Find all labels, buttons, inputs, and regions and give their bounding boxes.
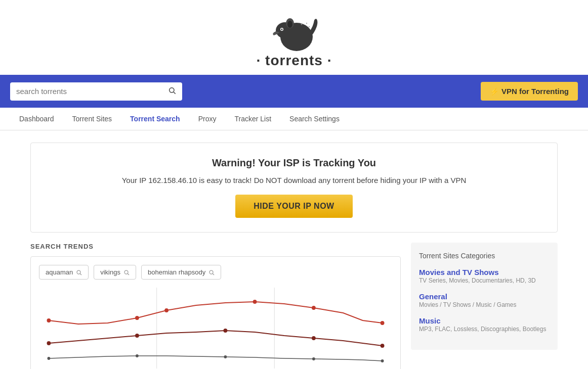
- svg-point-29: [381, 344, 385, 348]
- main-content: SEARCH TRENDS aquaman vikings bohemian r…: [0, 243, 588, 369]
- sidebar-category-movies-tv: Movies and TV Shows TV Series, Movies, D…: [419, 268, 550, 284]
- sidebar-category-desc-music: MP3, FLAC, Lossless, Discographies, Boot…: [419, 326, 550, 333]
- svg-line-10: [174, 92, 176, 94]
- svg-point-7: [306, 23, 307, 24]
- tag-search-icon: [76, 269, 82, 275]
- trends-section: SEARCH TRENDS aquaman vikings bohemian r…: [30, 243, 401, 369]
- search-input[interactable]: [16, 87, 168, 96]
- svg-point-20: [135, 316, 139, 320]
- svg-point-13: [124, 270, 128, 274]
- warning-title: Warning! Your ISP is Tracking You: [41, 157, 547, 169]
- nav-item-search-settings[interactable]: Search Settings: [280, 108, 349, 130]
- sidebar-category-link-movies-tv[interactable]: Movies and TV Shows: [419, 268, 499, 276]
- svg-point-28: [312, 336, 316, 340]
- svg-line-12: [80, 273, 81, 275]
- warning-text: Your IP 162.158.46.10 is easy to track! …: [41, 176, 547, 184]
- trend-tag-vikings[interactable]: vikings: [94, 265, 136, 280]
- svg-point-32: [224, 355, 227, 358]
- site-title: · torrents ·: [257, 53, 332, 69]
- svg-point-8: [309, 26, 310, 27]
- search-input-wrap: [10, 82, 182, 101]
- trend-tags: aquaman vikings bohemian rhapsody: [39, 265, 392, 280]
- svg-point-33: [312, 357, 315, 360]
- trend-tag-bohemian-rhapsody[interactable]: bohemian rhapsody: [141, 265, 221, 280]
- nav-link-dashboard[interactable]: Dashboard: [10, 108, 63, 130]
- logo-container: · torrents ·: [257, 9, 332, 69]
- svg-point-22: [253, 300, 257, 304]
- main-nav: Dashboard Torrent Sites Torrent Search P…: [0, 108, 588, 130]
- svg-point-34: [381, 359, 384, 362]
- site-header: · torrents ·: [0, 0, 588, 75]
- svg-line-14: [128, 273, 129, 275]
- tag-search-icon: [123, 269, 130, 275]
- sidebar-category-desc-general: Movies / TV Shows / Music / Games: [419, 301, 550, 308]
- nav-item-dashboard[interactable]: Dashboard: [10, 108, 63, 130]
- svg-point-5: [281, 29, 282, 30]
- search-submit-button[interactable]: [168, 86, 176, 97]
- nav-item-tracker-list[interactable]: Tracker List: [225, 108, 280, 130]
- svg-point-26: [135, 334, 139, 338]
- chart-area: [39, 288, 392, 368]
- nav-link-proxy[interactable]: Proxy: [189, 108, 226, 130]
- svg-point-31: [136, 354, 139, 357]
- search-icon: [168, 86, 176, 95]
- trends-box: aquaman vikings bohemian rhapsody: [30, 256, 401, 369]
- svg-line-16: [213, 273, 214, 275]
- tag-search-icon: [208, 269, 215, 275]
- trend-tag-label: vikings: [100, 268, 120, 276]
- sidebar-category-desc-movies-tv: TV Series, Movies, Documentaries, HD, 3D: [419, 277, 550, 284]
- sidebar-box: Torrent Sites Categories Movies and TV S…: [411, 243, 558, 350]
- hide-ip-button[interactable]: HIDE YOUR IP NOW: [235, 195, 352, 218]
- warning-box: Warning! Your ISP is Tracking You Your I…: [30, 143, 558, 233]
- nav-link-tracker-list[interactable]: Tracker List: [225, 108, 280, 130]
- sidebar-category-link-music[interactable]: Music: [419, 316, 441, 325]
- trend-tag-label: bohemian rhapsody: [148, 268, 205, 276]
- search-bar: ⚡ VPN for Torrenting: [0, 75, 588, 108]
- logo-animal-icon: [269, 9, 319, 55]
- svg-point-19: [47, 318, 51, 322]
- nav-link-torrent-search[interactable]: Torrent Search: [121, 108, 189, 130]
- vpn-button[interactable]: ⚡ VPN for Torrenting: [481, 82, 578, 101]
- svg-point-3: [287, 21, 292, 28]
- nav-link-torrent-sites[interactable]: Torrent Sites: [63, 108, 121, 130]
- svg-point-27: [224, 329, 228, 333]
- nav-item-torrent-search[interactable]: Torrent Search: [121, 108, 189, 130]
- svg-point-30: [47, 357, 50, 360]
- trend-chart: [39, 288, 392, 368]
- trend-tag-label: aquaman: [46, 268, 73, 276]
- nav-item-proxy[interactable]: Proxy: [189, 108, 226, 130]
- nav-link-search-settings[interactable]: Search Settings: [280, 108, 349, 130]
- sidebar-category-music: Music MP3, FLAC, Lossless, Discographies…: [419, 316, 550, 333]
- svg-point-9: [170, 87, 174, 92]
- svg-point-15: [209, 270, 213, 274]
- bolt-icon: ⚡: [490, 87, 498, 96]
- trends-title: SEARCH TRENDS: [30, 243, 401, 250]
- nav-item-torrent-sites[interactable]: Torrent Sites: [63, 108, 121, 130]
- sidebar-categories-title: Torrent Sites Categories: [419, 252, 550, 260]
- sidebar-category-link-general[interactable]: General: [419, 292, 447, 301]
- sidebar-category-general: General Movies / TV Shows / Music / Game…: [419, 292, 550, 308]
- svg-point-21: [164, 308, 169, 312]
- svg-point-25: [47, 341, 51, 345]
- svg-point-24: [381, 321, 385, 325]
- trend-tag-aquaman[interactable]: aquaman: [39, 265, 89, 280]
- sidebar: Torrent Sites Categories Movies and TV S…: [411, 243, 558, 369]
- svg-point-11: [77, 270, 80, 274]
- svg-point-6: [301, 24, 302, 25]
- svg-point-23: [312, 306, 316, 310]
